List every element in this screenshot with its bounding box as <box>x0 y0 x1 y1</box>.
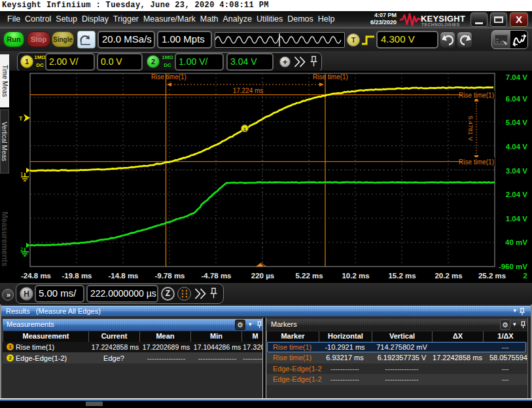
svg-text:-960 mV: -960 mV <box>499 263 527 270</box>
svg-text:1: 1 <box>20 171 24 177</box>
svg-text:4.04 V: 4.04 V <box>506 143 528 151</box>
svg-text:2: 2 <box>20 246 24 252</box>
svg-text:25.2 ms: 25.2 ms <box>478 272 506 280</box>
svg-text:T: T <box>19 115 23 122</box>
svg-text:Rise time(1): Rise time(1) <box>151 73 186 81</box>
svg-text:5.04 V: 5.04 V <box>506 119 528 126</box>
svg-text:7.04 V: 7.04 V <box>506 73 528 81</box>
svg-text:Rise time(1): Rise time(1) <box>459 158 494 166</box>
svg-text:-4.78 ms: -4.78 ms <box>201 272 231 280</box>
svg-text:6.04 V: 6.04 V <box>506 95 528 103</box>
svg-text:-19.8 ms: -19.8 ms <box>62 272 92 280</box>
svg-text:-14.8 ms: -14.8 ms <box>108 272 138 280</box>
svg-text:17.224 ms: 17.224 ms <box>233 87 264 94</box>
svg-text:5.22 ms: 5.22 ms <box>295 272 323 280</box>
svg-text:Rise time(1): Rise time(1) <box>313 73 348 81</box>
svg-text:-24.8 ms: -24.8 ms <box>21 272 51 280</box>
svg-text:20.2 ms: 20.2 ms <box>434 272 462 280</box>
svg-text:3.04 V: 3.04 V <box>506 167 528 175</box>
svg-text:1: 1 <box>243 126 247 132</box>
svg-text:1.04 V: 1.04 V <box>506 215 528 223</box>
svg-text:15.2 ms: 15.2 ms <box>388 272 416 280</box>
svg-text:10.2 ms: 10.2 ms <box>342 272 369 280</box>
svg-text:40 mV: 40 mV <box>505 238 527 246</box>
svg-text:2: 2 <box>523 272 527 280</box>
svg-text:220 µs: 220 µs <box>251 272 274 280</box>
svg-text:Rise time(1): Rise time(1) <box>459 92 494 99</box>
svg-text:2.04 V: 2.04 V <box>506 191 528 198</box>
svg-text:-9.78 ms: -9.78 ms <box>154 272 185 280</box>
svg-text:5.4781 V: 5.4781 V <box>467 116 474 141</box>
